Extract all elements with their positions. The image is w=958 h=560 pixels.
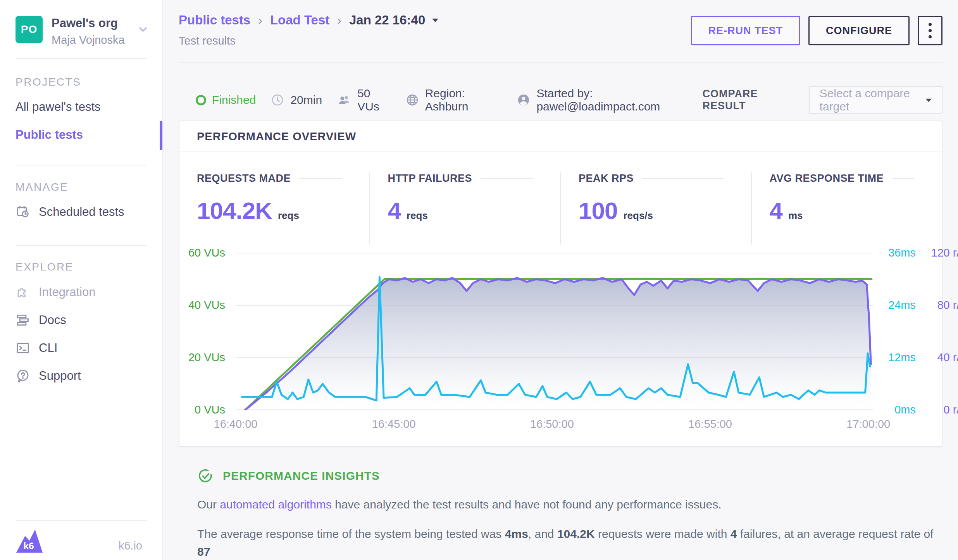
y-axis-label-vus: 0 VUs — [179, 403, 225, 416]
status-region: Region: Ashburn — [405, 87, 502, 113]
sidebar-item-all-tests[interactable]: All pawel's tests — [16, 100, 101, 114]
main-content: Public tests › Load Test › Jan 22 16:40 … — [163, 0, 958, 560]
metrics-row: REQUESTS MADE 104.2Kreqs HTTP FAILURES 4… — [179, 152, 942, 245]
sidebar-item-public-tests[interactable]: Public tests — [16, 128, 83, 142]
page-subtitle: Test results — [179, 34, 439, 47]
metric-value: 100 — [579, 197, 617, 224]
sidebar-item-scheduled-tests[interactable]: Scheduled tests — [16, 205, 124, 219]
org-avatar: PO — [16, 16, 43, 43]
y-axis-label-rps: 80 r/s — [922, 299, 958, 312]
breadcrumb-public-tests[interactable]: Public tests — [179, 13, 250, 28]
performance-chart: 60 VUs40 VUs20 VUs0 VUs 36ms120 r/s24ms8… — [179, 245, 942, 440]
help-bubble-icon — [16, 369, 30, 383]
divider — [16, 245, 147, 246]
sidebar-item-docs[interactable]: Docs — [16, 313, 66, 327]
compare-target-select[interactable]: Select a compare target — [809, 86, 942, 114]
metric-unit: reqs — [407, 210, 428, 222]
sidebar-section-projects: PROJECTS — [16, 76, 81, 88]
breadcrumb-load-test[interactable]: Load Test — [270, 13, 329, 28]
metric-unit: reqs — [278, 210, 299, 222]
status-bar: Finished 20min 50 VUs — [179, 86, 942, 114]
chart-plot-area — [236, 253, 873, 410]
k6io-link[interactable]: k6.io — [119, 539, 142, 552]
active-item-indicator — [160, 121, 162, 150]
org-avatar-initials: PO — [21, 23, 37, 36]
k6-logo-text: k6 — [23, 541, 34, 551]
users-icon — [337, 93, 351, 107]
sidebar-item-support[interactable]: Support — [16, 369, 81, 383]
performance-overview-card: PERFORMANCE OVERVIEW REQUESTS MADE 104.2… — [179, 121, 942, 447]
y-axis-label-vus: 40 VUs — [179, 299, 225, 312]
org-member-name: Maja Vojnoska — [52, 34, 125, 47]
metric-http-failures: HTTP FAILURES 4reqs — [369, 172, 560, 245]
metric-peak-rps: PEAK RPS 100reqs/s — [560, 172, 751, 245]
metric-value: 4 — [388, 197, 401, 224]
breadcrumb-separator: › — [258, 13, 262, 28]
performance-insights: PERFORMANCE INSIGHTS Our automated algor… — [179, 468, 942, 560]
k6-logo[interactable]: k6 — [16, 527, 43, 553]
org-name: Pawel's org — [52, 16, 125, 30]
page-header: Public tests › Load Test › Jan 22 16:40 … — [179, 0, 942, 63]
sidebar: PO Pawel's org Maja Vojnoska PROJECTS Al… — [0, 0, 163, 560]
y-axis-label-rps: 120 r/s — [922, 246, 958, 259]
metric-value: 4 — [770, 197, 782, 224]
person-circle-icon — [517, 93, 531, 107]
x-axis-label: 16:40:00 — [214, 418, 258, 431]
terminal-icon — [16, 341, 30, 355]
x-axis-label: 16:55:00 — [688, 418, 732, 431]
status-ring-icon — [196, 95, 206, 105]
status-duration: 20min — [271, 93, 322, 107]
calendar-clock-icon — [16, 205, 30, 219]
test-run-dropdown[interactable]: Jan 22 16:40 — [349, 13, 439, 28]
y-axis-label-rps: 40 r/s — [922, 351, 958, 364]
compare-controls: COMPARE RESULT Select a compare target — [703, 86, 943, 114]
divider — [16, 58, 147, 59]
y-axis-label-ms: 0ms — [882, 403, 916, 416]
y-axis-label-vus: 20 VUs — [179, 351, 225, 364]
breadcrumb-separator: › — [337, 13, 341, 28]
sidebar-section-manage: MANAGE — [16, 181, 68, 193]
globe-icon — [405, 93, 419, 107]
header-actions: RE-RUN TEST CONFIGURE — [691, 16, 943, 45]
insights-link[interactable]: automated algorithms — [220, 498, 332, 511]
configure-button[interactable]: CONFIGURE — [808, 16, 910, 45]
x-axis-label: 17:00:00 — [846, 418, 890, 431]
clock-icon — [271, 93, 284, 107]
insights-paragraph-2: The average response time of the system … — [197, 525, 942, 560]
divider — [16, 165, 147, 166]
status-started-by: Started by: pawel@loadimpact.com — [517, 87, 702, 113]
check-circle-icon — [197, 468, 214, 484]
card-title: PERFORMANCE OVERVIEW — [179, 121, 942, 152]
y-axis-label-ms: 12ms — [882, 351, 916, 364]
status-finished: Finished — [196, 93, 256, 107]
sidebar-item-integration[interactable]: Integration — [16, 285, 96, 300]
chevron-down-icon[interactable] — [137, 23, 149, 36]
y-axis-label-rps: 0 r/s — [922, 403, 958, 416]
y-axis-label-ms: 24ms — [882, 299, 916, 312]
stack-icon — [16, 313, 30, 327]
caret-down-icon — [431, 17, 439, 23]
org-switcher[interactable]: Pawel's org Maja Vojnoska — [52, 16, 125, 47]
sidebar-section-explore: EXPLORE — [16, 261, 74, 273]
y-axis-label-vus: 60 VUs — [179, 246, 225, 259]
metric-value: 104.2K — [197, 197, 272, 224]
puzzle-icon — [16, 285, 30, 300]
breadcrumb: Public tests › Load Test › Jan 22 16:40 — [179, 13, 439, 28]
caret-down-icon — [925, 97, 932, 103]
compare-result-label: COMPARE RESULT — [703, 88, 798, 112]
insights-title: PERFORMANCE INSIGHTS — [223, 469, 380, 482]
y-axis-label-ms: 36ms — [882, 246, 916, 259]
x-axis-label: 16:50:00 — [530, 418, 574, 431]
rerun-test-button[interactable]: RE-RUN TEST — [691, 16, 801, 45]
status-vus: 50 VUs — [337, 87, 391, 113]
x-axis-label: 16:45:00 — [372, 418, 416, 431]
divider — [16, 520, 147, 521]
status-items: Finished 20min 50 VUs — [196, 87, 703, 113]
metric-avg-response-time: AVG RESPONSE TIME 4ms — [751, 172, 942, 245]
metric-unit: reqs/s — [623, 210, 653, 222]
more-options-button[interactable] — [918, 16, 942, 45]
insights-paragraph-1: Our automated algorithms have analyzed t… — [197, 496, 942, 513]
metric-requests-made: REQUESTS MADE 104.2Kreqs — [179, 172, 369, 245]
sidebar-item-cli[interactable]: CLI — [16, 341, 57, 355]
metric-unit: ms — [788, 210, 803, 222]
